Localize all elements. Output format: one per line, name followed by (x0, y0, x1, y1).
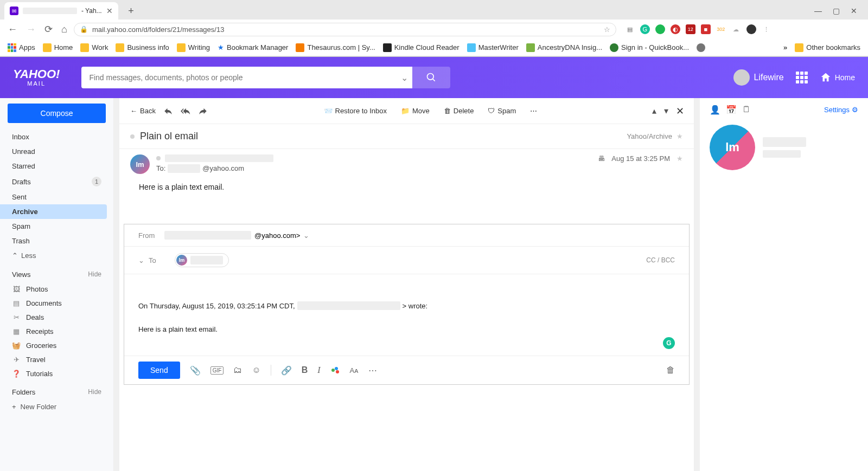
ext-icon[interactable]: ■ (701, 24, 711, 34)
bookmark-item[interactable]: AncestryDNA Insig... (526, 43, 602, 52)
bookmark-item[interactable]: MasterWriter (467, 43, 519, 52)
notepad-icon[interactable]: 🗒 (742, 105, 751, 115)
chevron-down-icon[interactable]: ⌄ (138, 256, 144, 264)
compose-body[interactable]: On Thursday, August 15, 2019, 03:25:14 P… (124, 274, 689, 356)
italic-icon[interactable]: I (317, 365, 320, 375)
emoji-icon[interactable]: ☺ (252, 365, 260, 375)
search-button[interactable] (412, 67, 450, 88)
stationery-icon[interactable]: 🗂 (233, 365, 242, 375)
gif-icon[interactable]: GIF (210, 366, 224, 375)
folder-sent[interactable]: Sent (0, 190, 113, 204)
ext-icon[interactable]: ◐ (671, 24, 680, 34)
close-message-icon[interactable]: ✕ (676, 105, 684, 117)
minimize-icon[interactable]: — (814, 7, 822, 15)
collapse-down-icon[interactable]: ▾ (664, 106, 668, 116)
scrollbar[interactable] (694, 98, 700, 471)
view-groceries[interactable]: 🧺Groceries (0, 338, 113, 352)
browser-tab[interactable]: ✉ - Yah... ✕ (4, 2, 118, 20)
spam-button[interactable]: 🛡Spam (487, 105, 517, 117)
contact-card[interactable]: lm (710, 125, 858, 170)
apps-button[interactable]: Apps (8, 43, 35, 52)
bookmark-item[interactable]: Work (80, 43, 108, 52)
reload-icon[interactable]: ⟳ (42, 21, 55, 37)
bookmark-item[interactable]: Thesaurus.com | Sy... (296, 43, 375, 52)
nav-back-icon[interactable]: ← (5, 22, 20, 37)
logo[interactable]: YAHOO! MAIL (13, 68, 60, 87)
home-link[interactable]: Home (820, 72, 855, 83)
view-travel[interactable]: ✈Travel (0, 352, 113, 366)
back-button[interactable]: ←Back (129, 105, 157, 117)
more-format-icon[interactable]: ⋯ (368, 365, 377, 376)
view-tutorials[interactable]: ❓Tutorials (0, 366, 113, 380)
new-tab-button[interactable]: + (124, 3, 139, 18)
search-input[interactable] (81, 67, 396, 88)
view-deals[interactable]: ✂Deals (0, 310, 113, 324)
bookmark-item[interactable] (697, 43, 705, 52)
bookmark-item[interactable]: Business info (116, 43, 169, 52)
reply-button[interactable] (162, 104, 174, 118)
reply-all-button[interactable] (180, 104, 192, 118)
bookmark-item[interactable]: Kindle Cloud Reader (383, 43, 459, 52)
bold-icon[interactable]: B (302, 365, 308, 375)
scrollbar[interactable] (114, 98, 119, 471)
more-button[interactable]: ⋯ (529, 105, 538, 117)
collapse-less[interactable]: ⌃Less (0, 248, 113, 263)
close-window-icon[interactable]: ✕ (851, 7, 857, 15)
star-icon[interactable]: ★ (676, 132, 683, 140)
ext-icon[interactable]: ☁ (731, 24, 741, 34)
bookmark-item[interactable]: ★Bookmark Manager (218, 43, 288, 51)
discard-icon[interactable]: 🗑 (666, 365, 675, 375)
ext-icon[interactable]: G (640, 24, 650, 34)
bookmark-item[interactable]: Home (43, 43, 73, 52)
print-icon[interactable]: 🖶 (598, 154, 605, 163)
ext-icon[interactable]: 12 (686, 24, 695, 34)
maximize-icon[interactable]: ▢ (833, 7, 840, 15)
folder-spam[interactable]: Spam (0, 219, 113, 234)
new-folder-button[interactable]: +New Folder (0, 399, 113, 414)
compose-button[interactable]: Compose (8, 104, 106, 123)
ext-icon[interactable]: ▤ (625, 24, 635, 34)
restore-button[interactable]: 📨Restore to Inbox (323, 105, 388, 117)
profile-icon[interactable] (746, 24, 756, 34)
hide-folders[interactable]: Hide (88, 388, 101, 396)
ext-icon[interactable]: 302 (716, 24, 726, 34)
delete-button[interactable]: 🗑Delete (443, 105, 475, 117)
view-documents[interactable]: ▤Documents (0, 296, 113, 310)
folder-trash[interactable]: Trash (0, 234, 113, 248)
view-photos[interactable]: 🖼Photos (0, 282, 113, 296)
move-button[interactable]: 📁Move (400, 105, 431, 117)
folder-drafts[interactable]: Drafts1 (0, 173, 113, 190)
nav-forward-icon[interactable]: → (24, 22, 38, 37)
attach-icon[interactable]: 📎 (190, 365, 201, 376)
apps-grid-icon[interactable] (796, 72, 808, 83)
home-icon[interactable]: ⌂ (59, 22, 69, 37)
settings-link[interactable]: Settings⚙ (824, 106, 858, 114)
folder-starred[interactable]: Starred (0, 159, 113, 173)
view-receipts[interactable]: ▦Receipts (0, 324, 113, 338)
overflow-icon[interactable]: » (783, 43, 787, 51)
link-icon[interactable]: 🔗 (281, 365, 292, 376)
folder-inbox[interactable]: Inbox (0, 130, 113, 144)
star-icon[interactable]: ★ (676, 154, 683, 163)
send-button[interactable]: Send (138, 362, 180, 379)
calendar-icon[interactable]: 📅 (726, 105, 737, 115)
other-bookmarks[interactable]: Other bookmarks (795, 43, 860, 52)
hide-views[interactable]: Hide (88, 270, 101, 279)
ext-icon[interactable] (655, 24, 665, 34)
collapse-up-icon[interactable]: ▴ (652, 106, 656, 116)
cc-bcc-toggle[interactable]: CC / BCC (646, 256, 675, 264)
recipient-pill[interactable]: lm (175, 253, 229, 267)
sender-avatar[interactable]: lm (130, 154, 150, 174)
menu-icon[interactable]: ⋮ (762, 24, 771, 34)
chevron-down-icon[interactable]: ⌄ (303, 231, 309, 240)
url-bar[interactable]: 🔒 mail.yahoo.com/d/folders/21/messages/1… (74, 23, 616, 36)
user-menu[interactable]: Lifewire (733, 69, 784, 86)
folder-archive[interactable]: Archive (0, 204, 107, 219)
font-size-icon[interactable]: Aᴀ (350, 366, 359, 375)
color-icon[interactable] (330, 365, 340, 375)
folder-unread[interactable]: Unread (0, 144, 113, 159)
forward-button[interactable] (197, 104, 209, 118)
bookmark-item[interactable]: Sign in - QuickBook... (610, 43, 689, 52)
search-dropdown-icon[interactable]: ⌄ (396, 67, 412, 88)
star-icon[interactable]: ☆ (604, 25, 610, 34)
